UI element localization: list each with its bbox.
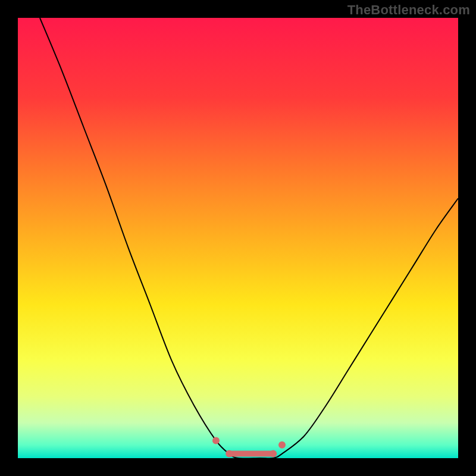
- curve-svg: [18, 18, 458, 458]
- trough-marker: [212, 437, 220, 444]
- trough-marker: [278, 441, 286, 449]
- attribution-text: TheBottleneck.com: [347, 2, 470, 18]
- plot-area: [18, 18, 458, 458]
- trough-markers: [212, 437, 286, 457]
- bottleneck-curve: [40, 18, 458, 458]
- trough-marker: [226, 450, 233, 458]
- chart-frame: TheBottleneck.com: [0, 0, 476, 476]
- trough-marker: [270, 450, 277, 458]
